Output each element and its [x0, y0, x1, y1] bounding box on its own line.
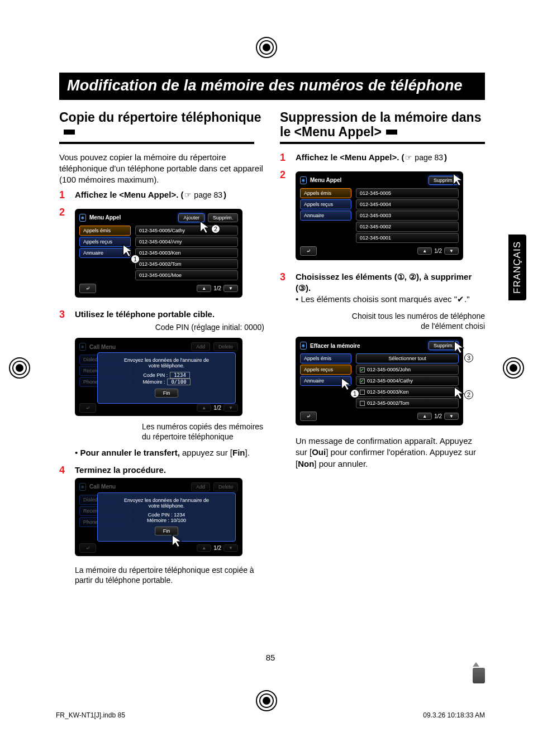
back-button[interactable]: ⤶	[300, 412, 317, 421]
footer-left: FR_KW-NT1[J].indb 85	[56, 711, 125, 719]
list-item[interactable]: 012-345-0001/Moe	[135, 270, 238, 280]
heading-rule	[59, 142, 254, 144]
window-title: Effacer la mémoire	[310, 343, 360, 349]
list-item[interactable]: 012-345-0001	[356, 233, 459, 243]
step-number: 2	[280, 169, 296, 266]
page-down-button[interactable]: ▼	[444, 413, 459, 420]
list-item[interactable]: 012-345-0004	[356, 199, 459, 209]
transfer-dialog: Envoyez les données de l'annuaire de vot…	[97, 352, 236, 404]
cursor-icon	[451, 173, 465, 187]
tab-received[interactable]: Appels reçus	[300, 365, 351, 375]
heading-end-mark	[386, 130, 397, 135]
registration-mark-right	[503, 357, 524, 379]
window-title: Menu Appel	[89, 214, 121, 221]
tab-dialed[interactable]: Appels émis	[300, 188, 351, 198]
step-number: 1	[280, 152, 296, 164]
select-all-button[interactable]: Sélectionner tout	[356, 353, 459, 363]
list-item[interactable]: 012-345-0003	[356, 210, 459, 221]
list-item[interactable]: 012-345-0003/Ken	[356, 387, 459, 397]
bluetooth-icon: ∗	[79, 343, 86, 351]
right-heading: Suppression de la mémoire dans le <Menu …	[280, 110, 485, 140]
step-number: 4	[59, 465, 75, 591]
transfer-dialog: Envoyez les données de l'annuaire de vot…	[97, 492, 236, 542]
heading-rule	[280, 142, 485, 144]
bluetooth-icon: ∗	[79, 483, 86, 491]
pin-field: 1234	[170, 372, 190, 379]
list-item[interactable]: 012-345-0004/Cathy	[356, 376, 459, 386]
memory-label: Mémoire :	[142, 379, 165, 385]
list-item[interactable]: 012-345-0005/Cathy	[135, 226, 238, 236]
step-4: 4 Terminez la procédure. ∗Call Menu Add …	[59, 465, 264, 591]
banner-title: Modification de la mémoire des numéros d…	[67, 77, 477, 94]
list-item[interactable]: 012-345-0002	[356, 222, 459, 232]
delete-button: Delete	[213, 342, 238, 351]
step-1: 1 Affichez le <Menu Appel>. (☞ page 83)	[280, 152, 485, 164]
back-button[interactable]: ⤶	[79, 284, 96, 293]
step-3: 3 Choisissez les éléments (①, ②), à supp…	[280, 271, 485, 470]
list-item[interactable]: 012-345-0004/Amy	[135, 237, 238, 247]
pager-text: 1/2	[213, 285, 221, 291]
callout-2: 2	[464, 390, 473, 399]
step-2: 2 ∗Menu Appel Supprim. Appels émis012-34…	[280, 169, 485, 266]
tab-dialed[interactable]: Appels émis	[79, 226, 131, 236]
delete-button: Delete	[213, 482, 238, 491]
list-item[interactable]: 012-345-0002/Tom	[356, 398, 459, 408]
step-number: 3	[280, 271, 296, 470]
memory-field: 0/100	[167, 379, 190, 385]
page-ref: ☞ page 83	[404, 152, 444, 163]
page-up-button[interactable]: ▲	[197, 285, 211, 292]
step-2: 2 ∗Menu Appel Ajouter Supprim. Ap	[59, 207, 264, 303]
add-button: Add	[191, 482, 210, 491]
caption-step4: La mémoire du répertoire téléphonique es…	[75, 565, 264, 585]
back-button[interactable]: ⤶	[300, 246, 317, 256]
callout-1: 1	[350, 389, 359, 398]
callout-3: 3	[464, 353, 473, 362]
step-1: 1 Affichez le <Menu Appel>. (☞ page 83)	[59, 189, 264, 201]
page-down-button[interactable]: ▼	[223, 285, 238, 292]
list-item[interactable]: 012-345-0005/John	[356, 365, 459, 375]
cursor-icon	[339, 377, 354, 391]
cursor-icon	[452, 340, 467, 355]
step-number: 3	[59, 309, 75, 459]
page-up-button[interactable]: ▲	[417, 247, 432, 255]
bluetooth-icon: ∗	[300, 176, 307, 184]
page-ref: ☞ page 83	[183, 190, 223, 200]
page-up-button[interactable]: ▲	[417, 413, 432, 420]
callout-1: 1	[131, 255, 140, 264]
add-button: Add	[191, 342, 210, 351]
registration-mark-left	[9, 357, 30, 379]
pin-label: Code PIN :	[143, 372, 168, 378]
dialog-text: Envoyez les données de l'annuaire de	[103, 497, 230, 503]
list-item[interactable]: 012-345-0002/Tom	[135, 259, 238, 269]
registration-mark-top	[256, 37, 277, 58]
window-title: Menu Appel	[310, 177, 341, 183]
pager-text: 1/2	[434, 413, 442, 419]
tab-received[interactable]: Appels reçus	[300, 199, 351, 209]
caption-select-all: Choisit tous les numéros de téléphone de…	[351, 311, 485, 331]
heading-end-mark	[64, 130, 75, 135]
footer-right: 09.3.26 10:18:33 AM	[423, 711, 485, 719]
caption-pin: Code PIN (réglage initial: 0000)	[75, 322, 264, 332]
finish-button[interactable]: Fin	[155, 389, 179, 398]
step3-instruction: Choisissez les éléments (①, ②), à suppri…	[296, 272, 472, 293]
pager-text: 1/2	[434, 248, 442, 254]
screenshot-copy-transfer: ∗Call Menu Add Delete Dialed Receiv Phon…	[75, 338, 242, 416]
list-item[interactable]: 012-345-0003/Ken	[135, 248, 238, 258]
callout-2: 2	[211, 224, 220, 233]
screenshot-delete-select: ∗Effacer la mémoire Supprim. Appels émis…	[296, 337, 463, 425]
confirm-paragraph: Un message de confirmation apparaît. App…	[296, 436, 485, 470]
screenshot-delete-menu: ∗Menu Appel Supprim. Appels émis012-345-…	[296, 171, 463, 260]
step-number: 2	[59, 207, 75, 303]
screenshot-copy-done: ∗Call Menu Add Delete Dialed Receiv Phon…	[75, 478, 242, 556]
page-number: 85	[266, 653, 275, 662]
memory-label: Mémoire : 10/100	[103, 518, 230, 523]
step-number: 1	[59, 189, 75, 201]
bluetooth-icon: ∗	[300, 342, 307, 350]
tab-phonebook[interactable]: Annuaire	[300, 210, 351, 221]
tab-dialed[interactable]: Appels émis	[300, 353, 351, 363]
page-down-button[interactable]: ▼	[444, 247, 459, 255]
note-cancel-transfer: Pour annuler le transfert, appuyez sur […	[75, 447, 264, 458]
registration-mark-bottom	[256, 690, 277, 711]
delete-button[interactable]: Supprim.	[208, 213, 238, 222]
list-item[interactable]: 012-345-0005	[356, 188, 459, 198]
